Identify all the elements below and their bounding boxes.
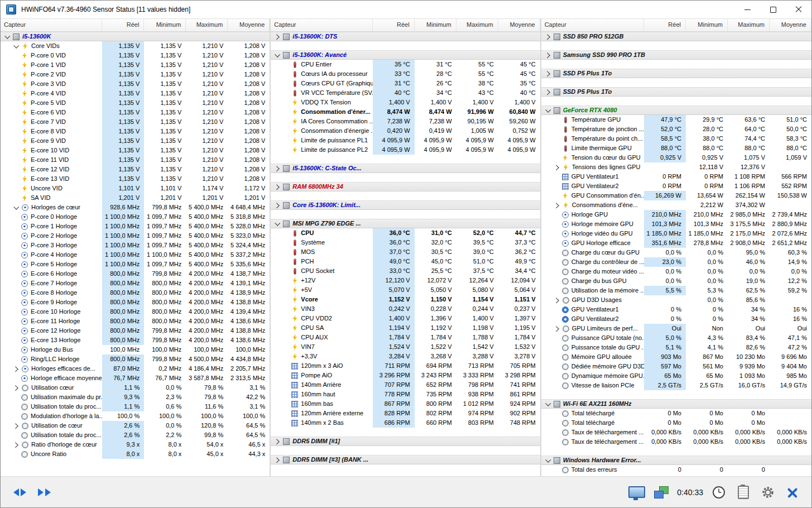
- chevron-right-icon[interactable]: [553, 326, 559, 332]
- copy-clipboard-button[interactable]: [731, 481, 756, 504]
- chevron-down-icon[interactable]: [4, 33, 10, 39]
- chevron-right-icon[interactable]: [544, 89, 550, 95]
- sensor-row[interactable]: Utilisation totale du proc...1,1 %0,6 %1…: [1, 402, 270, 411]
- sensor-row[interactable]: Horloges de cœur928,6 MHz799,8 MHz5 400,…: [1, 203, 270, 212]
- settings-button[interactable]: [756, 481, 780, 504]
- column-header-reel[interactable]: Réel: [644, 19, 686, 31]
- sensor-row[interactable]: Ratio d'horloge de cœur9,3 x8,0 x54,0 x4…: [1, 440, 270, 449]
- group-header[interactable]: Core i5-13600K: Limit...: [271, 200, 540, 210]
- group-header[interactable]: i5-13600K: C-State Oc...: [271, 164, 540, 173]
- sensor-row[interactable]: Température du point ch...58,5 °C38,0 °C…: [541, 134, 811, 143]
- sensor-row[interactable]: P-core 1 VID1,135 V1,135 V1,210 V1,208 V: [1, 60, 270, 70]
- column-header-capteur[interactable]: Capteur: [1, 19, 102, 31]
- column-header-capteur[interactable]: Capteur: [271, 19, 372, 31]
- sensor-row[interactable]: 140mm x 2 Bas686 RPM660 RPM803 RPM748 RP…: [271, 418, 540, 428]
- group-header[interactable]: DDR5 DIMM [#1]: [271, 437, 540, 446]
- sensor-row[interactable]: P-core 4 VID1,135 V1,135 V1,210 V1,208 V: [1, 89, 270, 98]
- column-header-maximum[interactable]: Maximum: [457, 19, 498, 31]
- chevron-right-icon[interactable]: [13, 366, 18, 372]
- reset-min-max-button[interactable]: [7, 481, 32, 504]
- sensor-row[interactable]: GPU Limiteurs de perf...OuiNonOuiOui: [541, 324, 811, 333]
- logging-button[interactable]: [649, 481, 674, 504]
- sensor-row[interactable]: Uncore VID1,101 V1,101 V1,174 V1,172 V: [1, 184, 270, 193]
- sensor-row[interactable]: P-core 5 Horloge1 100,0 MHz1 099,7 MHz5 …: [1, 260, 270, 269]
- sensor-row[interactable]: Utilisation cœur1,1 %0,0 %79,8 %3,1 %: [1, 383, 270, 392]
- sensor-row[interactable]: Horloge vidéo du GPU1 185,0 MHz1 185,0 M…: [541, 229, 811, 238]
- sensor-row[interactable]: E-core 8 Horloge800,0 MHz800,0 MHz4 200,…: [1, 288, 270, 298]
- sensor-row[interactable]: Consommation d'éner...8,474 W8,474 W91,9…: [271, 107, 540, 117]
- column-header-reel[interactable]: Réel: [102, 19, 144, 31]
- sensor-row[interactable]: 140mm Arrière707 RPM652 RPM798 RPM741 RP…: [271, 380, 540, 390]
- column-header-moyenne[interactable]: Moyenne: [770, 19, 811, 31]
- sensor-row[interactable]: E-core 10 VID1,135 V1,135 V1,210 V1,208 …: [1, 146, 270, 155]
- chevron-right-icon[interactable]: [544, 52, 550, 58]
- group-header[interactable]: SSD P5 Plus 1To: [541, 69, 811, 78]
- sensor-row[interactable]: Puissance GPU totale (no...5,0 %4,3 %83,…: [541, 333, 811, 343]
- chevron-down-icon[interactable]: [545, 401, 551, 406]
- chevron-right-icon[interactable]: [274, 34, 280, 40]
- sensor-row[interactable]: E-core 11 Horloge800,0 MHz800,0 MHz4 200…: [1, 317, 270, 326]
- sensor-row[interactable]: E-core 11 VID1,135 V1,135 V1,210 V1,208 …: [1, 155, 270, 165]
- sensor-row[interactable]: Total téléchargé0 Mo0 Mo0 Mo: [541, 418, 811, 428]
- sensor-row[interactable]: MOS37,0 °C30,5 °C39,0 °C36,2 °C: [271, 247, 540, 257]
- sensor-row[interactable]: E-core 9 VID1,135 V1,135 V1,210 V1,208 V: [1, 136, 270, 146]
- chevron-right-icon[interactable]: [13, 423, 18, 429]
- sensor-row[interactable]: Pompe AiO3 296 RPM3 243 RPM3 333 RPM3 29…: [271, 371, 540, 380]
- sensor-row[interactable]: Consommation d'énergie ...0,420 W0,419 W…: [271, 126, 540, 136]
- sensor-row[interactable]: Utilisation de cœur2,6 %0,0 %120,8 %64,5…: [1, 421, 270, 430]
- sensor-row[interactable]: Modulation d'horloge à la...100,0 %100,0…: [1, 411, 270, 421]
- chevron-right-icon[interactable]: [274, 439, 280, 444]
- sensor-row[interactable]: Vitesse de liaison PCIe2,5 GT/s2,5 GT/s1…: [541, 381, 811, 390]
- column-header-minimum[interactable]: Minimum: [686, 19, 728, 31]
- show-hide-sensors-button[interactable]: [32, 481, 56, 504]
- sensor-row[interactable]: VR VCC Température (SV...40 °C34 °C43 °C…: [271, 88, 540, 98]
- group-header[interactable]: RAM 6800MHz 34: [271, 182, 540, 191]
- sensor-row[interactable]: VDDQ TX Tension1,400 V1,400 V1,400 V1,40…: [271, 98, 540, 107]
- sensor-row[interactable]: Cœurs IA du processeur33 °C28 °C55 °C45 …: [271, 69, 540, 79]
- sensor-row[interactable]: +12V12,120 V12,072 V12,264 V12,094 V: [271, 276, 540, 285]
- sensor-row[interactable]: Horloges efficaces de...87,0 MHz0,2 MHz4…: [1, 364, 270, 373]
- group-header[interactable]: i5-13600K: DTS: [271, 32, 540, 41]
- sensor-row[interactable]: Cœurs CPU GT (Graphiqu...31 °C26 °C38 °C…: [271, 79, 540, 88]
- chevron-right-icon[interactable]: [274, 166, 280, 171]
- sensor-row[interactable]: Consommations d'éne...2,212 W374,302 W: [541, 200, 811, 210]
- group-header[interactable]: MSI MPG Z790 EDGE ...: [271, 219, 540, 228]
- chevron-right-icon[interactable]: [274, 184, 280, 190]
- chevron-down-icon[interactable]: [545, 107, 551, 113]
- sensor-row[interactable]: GPU Ventilateur10 RPM0 RPM1 108 RPM566 R…: [541, 172, 811, 181]
- sensor-row[interactable]: E-core 6 Horloge800,0 MHz799,8 MHz4 200,…: [1, 269, 270, 279]
- close-sensors-button[interactable]: [780, 481, 805, 504]
- sensor-row[interactable]: Horloge GPU210,0 MHz210,0 MHz2 985,0 MHz…: [541, 210, 811, 219]
- sensor-row[interactable]: GPU Ventilateur20 RPM0 RPM1 106 RPM552 R…: [541, 181, 811, 191]
- sensor-row[interactable]: Dynamique mémoire GPU...65 Mo65 Mo1 093 …: [541, 371, 811, 381]
- group-header[interactable]: SSD P5 Plus 1To: [541, 87, 811, 97]
- chevron-right-icon[interactable]: [553, 298, 559, 303]
- sensor-row[interactable]: Dédiée mémoire GPU D3D597 Mo561 Mo9 939 …: [541, 362, 811, 371]
- sensor-row[interactable]: Horloge mémoire GPU101,3 MHz101,3 MHz3 1…: [541, 219, 811, 229]
- chevron-right-icon[interactable]: [544, 71, 550, 76]
- chevron-right-icon[interactable]: [13, 442, 18, 448]
- close-button[interactable]: [786, 1, 811, 18]
- sensor-row[interactable]: GPU Ventilateur10 %0 %34 %16 %: [541, 305, 811, 314]
- sensor-row[interactable]: Total des erreurs000: [541, 465, 811, 475]
- sensor-row[interactable]: IA Cores Consommation ...7,238 W7,238 W9…: [271, 117, 540, 126]
- sensor-row[interactable]: P-core 2 VID1,135 V1,135 V1,210 V1,208 V: [1, 70, 270, 79]
- group-header[interactable]: i5-13600K: Avancé: [271, 50, 540, 60]
- sensor-row[interactable]: E-core 7 VID1,135 V1,135 V1,210 V1,208 V: [1, 117, 270, 127]
- sensor-row[interactable]: Charge du cœur du GPU0,0 %0,0 %95,0 %60,…: [541, 248, 811, 257]
- sensor-row[interactable]: Température de jonction ...52,0 °C28,0 °…: [541, 124, 811, 134]
- column-header-minimum[interactable]: Minimum: [415, 19, 457, 31]
- sensor-row[interactable]: 120mm x 3 AiO711 RPM694 RPM713 RPM705 RP…: [271, 361, 540, 371]
- sensor-row[interactable]: Utilisation maximale du pr...9,3 %2,3 %7…: [1, 392, 270, 402]
- sensor-row[interactable]: Utilisation de la mémoire ...5,5 %5,3 %6…: [541, 286, 811, 295]
- sensor-row[interactable]: PCH49,0 °C45,0 °C51,0 °C49,9 °C: [271, 257, 540, 266]
- sensor-row[interactable]: P-core 5 VID1,135 V1,135 V1,210 V1,208 V: [1, 98, 270, 108]
- sensor-row[interactable]: +3,3V3,284 V3,268 V3,288 V3,278 V: [271, 352, 540, 361]
- sensor-row[interactable]: Système36,0 °C32,0 °C39,5 °C37,3 °C: [271, 238, 540, 247]
- sensor-row[interactable]: P-core 0 VID1,135 V1,135 V1,210 V1,208 V: [1, 51, 270, 60]
- sensor-row[interactable]: Mémoire GPU allouée903 Mo867 Mo10 230 Mo…: [541, 352, 811, 362]
- sensor-row[interactable]: E-core 7 Horloge800,0 MHz800,0 MHz4 200,…: [1, 279, 270, 288]
- sensor-row[interactable]: E-core 13 VID1,135 V1,135 V1,210 V1,208 …: [1, 174, 270, 184]
- chevron-right-icon[interactable]: [13, 385, 18, 391]
- chevron-down-icon[interactable]: [13, 43, 19, 49]
